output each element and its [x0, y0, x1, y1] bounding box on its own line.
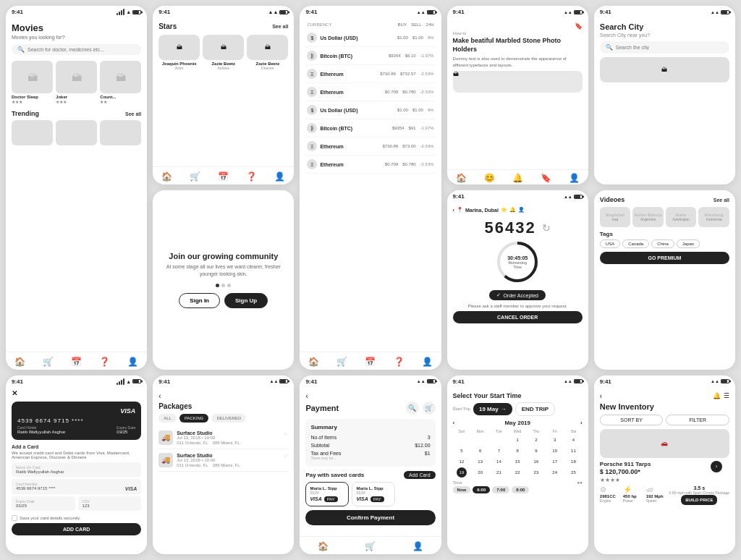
cal-d-15[interactable]: 12	[457, 457, 467, 467]
pay-btn-2[interactable]: PAY	[370, 496, 384, 502]
cal-d-20[interactable]: 17	[550, 457, 560, 467]
profile-icon-s[interactable]: 👤	[274, 171, 285, 182]
tag-china[interactable]: China	[651, 239, 674, 248]
sign-in-btn[interactable]: Sign In	[179, 293, 220, 308]
cal-d-21[interactable]: 18	[568, 457, 578, 467]
cal-d-14[interactable]: 11	[568, 446, 578, 456]
cal-d-6[interactable]: 3	[550, 435, 560, 445]
build-price-btn[interactable]: BUILD PRICE	[681, 495, 717, 505]
cal-d-13[interactable]: 10	[550, 446, 560, 456]
cal-d-8[interactable]: 5	[457, 446, 467, 456]
video-thumb-baghdad[interactable]: Baghdad Iraq	[600, 207, 631, 227]
trip-end-btn[interactable]: END TRIP	[515, 402, 555, 416]
time-now[interactable]: Now	[453, 486, 471, 493]
prev-month-icon[interactable]: ‹	[453, 420, 455, 426]
save-card-checkbox[interactable]	[12, 515, 17, 521]
cal-d-27[interactable]: 25	[568, 467, 578, 478]
cal-d-10[interactable]: 7	[494, 446, 504, 456]
next-month-icon[interactable]: ›	[580, 420, 583, 426]
card-opt-1[interactable]: Maria L. Sipp 01/24 VISA PAY	[305, 482, 349, 506]
cal-d-today[interactable]: 19	[457, 467, 467, 478]
back-icon-inv[interactable]: ‹	[600, 392, 602, 400]
time-600[interactable]: 6:00	[473, 486, 490, 493]
name-value[interactable]: Ratib Wafiyyullah Asghar	[16, 470, 137, 474]
time-700[interactable]: 7:00	[492, 486, 509, 493]
tag-usa[interactable]: USA	[600, 239, 620, 248]
search-input[interactable]	[27, 47, 135, 52]
bell-icon-st[interactable]: 🔔	[512, 173, 523, 183]
smile-icon-st[interactable]: 😊	[484, 173, 495, 183]
help-icon-t[interactable]: ❓	[394, 357, 405, 367]
calendar-nav-icon[interactable]: 📅	[71, 357, 82, 367]
cal-d-5[interactable]: 2	[531, 435, 541, 445]
back-arrow-pkg[interactable]: ‹	[158, 392, 288, 400]
tag-canada[interactable]: Canada	[622, 239, 649, 248]
cart-icon-t[interactable]: 🛒	[336, 357, 347, 367]
cal-d-24[interactable]: 22	[512, 467, 522, 478]
back-arrow-payment[interactable]: ‹	[305, 392, 435, 400]
profile-icon-st[interactable]: 👤	[569, 173, 580, 183]
search-city-box[interactable]: 🔍	[600, 41, 729, 54]
cal-d-11[interactable]: 8	[512, 446, 522, 456]
bookmark-icon-st[interactable]: 🔖	[541, 173, 551, 183]
cal-d-1[interactable]	[457, 435, 467, 445]
cart-icon-p[interactable]: 🛒	[365, 541, 376, 551]
calendar-icon-s[interactable]: 📅	[218, 171, 229, 182]
video-thumb-baku[interactable]: Baku Azerbaijan	[666, 207, 697, 227]
star-icon-timer[interactable]: ⭐	[501, 207, 507, 213]
stars-see-all[interactable]: See all	[272, 24, 288, 29]
cal-d-7[interactable]: 4	[568, 435, 578, 445]
sort-by-btn[interactable]: SORT BY	[600, 415, 664, 425]
card-opt-2[interactable]: Maria L. Sipp 01/24 VISA PAY	[352, 482, 395, 506]
video-thumb-bahia[interactable]: Bahia Blanca Argentina	[632, 207, 664, 227]
home-icon-st[interactable]: 🏠	[456, 173, 467, 183]
search-city-input[interactable]	[616, 45, 724, 50]
menu-icon-inv[interactable]: ☰	[724, 392, 729, 399]
home-nav-icon[interactable]: 🏠	[14, 357, 25, 367]
home-icon-p[interactable]: 🏠	[318, 541, 329, 551]
bookmark-icon-stone[interactable]: 🔖	[575, 22, 583, 30]
see-all-btn[interactable]: See all	[125, 111, 141, 116]
cancel-order-btn[interactable]: CANCEL ORDER	[453, 311, 583, 323]
pay-btn-1[interactable]: PAY	[324, 496, 338, 502]
cal-d-4[interactable]: 1	[512, 435, 522, 445]
profile-icon-p[interactable]: 👤	[412, 541, 423, 551]
home-icon-s[interactable]: 🏠	[161, 171, 172, 182]
search-icon-pay[interactable]: 🔍	[406, 402, 419, 415]
help-nav-icon[interactable]: ❓	[99, 357, 110, 367]
tab-delivered[interactable]: DELIVERED	[211, 414, 246, 423]
videos-see-all[interactable]: See all	[714, 198, 729, 203]
bell-icon-timer[interactable]: 🔔	[509, 207, 516, 213]
sign-up-btn[interactable]: Sign Up	[224, 293, 268, 308]
tab-packing[interactable]: PACKING	[179, 414, 209, 423]
cart-icon-pay[interactable]: 🛒	[423, 402, 436, 415]
add-card-btn[interactable]: ADD CARD	[12, 523, 141, 535]
cal-d-25[interactable]: 23	[531, 467, 541, 478]
cal-d-17[interactable]: 14	[494, 457, 504, 467]
bell-icon-inv[interactable]: 🔔	[713, 392, 721, 399]
cal-d-2[interactable]	[475, 435, 486, 445]
cal-d-23[interactable]: 21	[494, 467, 504, 478]
back-icon-timer[interactable]: ‹	[453, 208, 454, 213]
cart-nav-icon[interactable]: 🛒	[43, 357, 54, 367]
filter-btn[interactable]: FILTER	[666, 415, 729, 425]
confirm-payment-btn[interactable]: Confirm Payment	[305, 510, 435, 525]
go-premium-btn[interactable]: GO PREMIUM	[600, 252, 729, 264]
cal-d-26[interactable]: 24	[550, 467, 560, 478]
profile-icon-t[interactable]: 👤	[422, 357, 433, 367]
tab-all[interactable]: ALL	[158, 414, 177, 423]
cal-d-3[interactable]	[494, 435, 504, 445]
tag-japan[interactable]: Japan	[677, 239, 700, 248]
add-card-btn-pay[interactable]: Add Card	[404, 471, 436, 479]
close-icon-cc[interactable]: ✕	[12, 389, 17, 397]
cal-d-9[interactable]: 6	[475, 446, 486, 456]
time-800[interactable]: 8:00	[512, 486, 529, 493]
cart-icon-s[interactable]: 🛒	[190, 171, 200, 182]
cal-d-16[interactable]: 13	[475, 457, 486, 467]
calendar-icon-t[interactable]: 📅	[365, 357, 376, 367]
profile-nav-icon[interactable]: 👤	[127, 357, 138, 367]
toggle-icon[interactable]: ●●	[577, 480, 583, 485]
cal-d-18[interactable]: 15	[512, 457, 522, 467]
help-icon-s[interactable]: ❓	[246, 171, 257, 182]
video-thumb-bandung[interactable]: Bandung Indonesia	[698, 207, 729, 227]
